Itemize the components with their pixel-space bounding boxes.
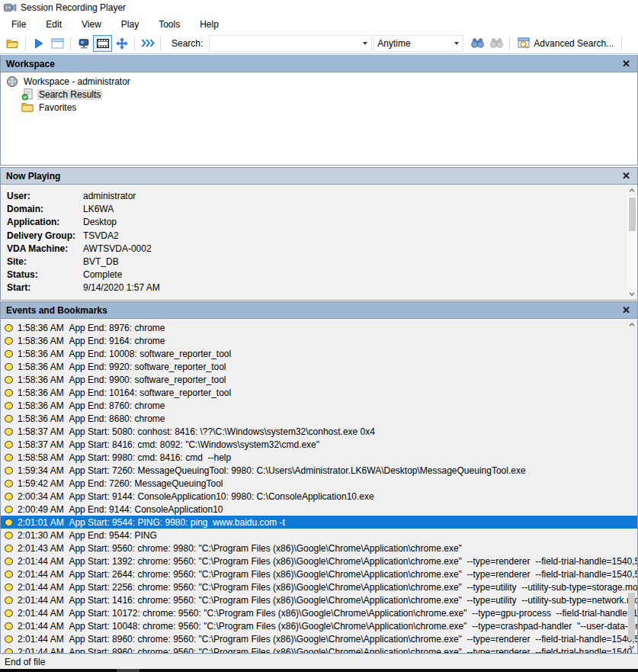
event-row[interactable]: 1:58:36 AM App End: 8680: chrome	[1, 412, 637, 425]
advanced-search-button[interactable]: Advanced Search...	[513, 35, 618, 52]
event-row[interactable]: 2:00:49 AM App End: 9144: ConsoleApplica…	[1, 503, 637, 516]
tree-item-workspace-root[interactable]: Workspace - administrator	[1, 75, 637, 88]
find-next-button[interactable]	[468, 35, 487, 52]
event-row[interactable]: 1:58:36 AM App End: 8760: chrome	[1, 399, 637, 412]
event-row[interactable]: 2:01:44 AM App Start: 2644: chrome: 9560…	[1, 568, 637, 580]
scroll-up-icon[interactable]	[626, 319, 637, 330]
menu-item-view[interactable]: View	[72, 17, 111, 32]
player-view-button[interactable]	[74, 35, 93, 52]
yellow-dot-icon	[5, 558, 13, 565]
play-button[interactable]	[29, 35, 48, 52]
scroll-up-icon[interactable]	[626, 185, 637, 196]
event-time: 1:58:36 AM	[18, 323, 69, 333]
event-text: App Start: 8960: chrome: 9560: "C:\Progr…	[69, 634, 637, 645]
event-row[interactable]: 2:01:43 AM App Start: 9560: chrome: 9980…	[1, 542, 637, 555]
field-label: VDA Machine:	[7, 243, 83, 256]
now-playing-panel-header: Now Playing ✕	[1, 168, 637, 185]
yellow-dot-icon	[5, 506, 13, 513]
pan-button[interactable]	[112, 35, 131, 52]
status-text: End of file	[5, 657, 45, 667]
event-row[interactable]: 2:01:44 AM App Start: 1416: chrome: 9560…	[1, 593, 637, 606]
toolbar-separator	[160, 37, 161, 50]
tree-item-search-results[interactable]: Search Results	[1, 88, 637, 101]
chevrons-icon	[141, 39, 155, 47]
event-row[interactable]: 1:58:37 AM App Start: 5080: conhost: 841…	[1, 425, 637, 438]
close-icon[interactable]: ✕	[620, 171, 632, 181]
scroll-thumb[interactable]	[628, 593, 635, 640]
event-row[interactable]: 2:01:44 AM App Start: 10172: chrome: 956…	[1, 606, 637, 619]
menu-item-file[interactable]: File	[2, 17, 36, 32]
event-row[interactable]: 2:01:44 AM App Start: 8960: chrome: 9560…	[1, 632, 637, 645]
search-input[interactable]	[209, 35, 372, 52]
open-button[interactable]	[3, 35, 22, 52]
event-row[interactable]: 1:58:36 AM App End: 10164: software_repo…	[1, 386, 637, 399]
event-row[interactable]: 2:01:44 AM App Start: 8960: chrome: 9560…	[1, 645, 637, 653]
yellow-dot-icon	[5, 441, 13, 449]
menu-item-tools[interactable]: Tools	[149, 17, 190, 32]
event-time: 2:01:44 AM	[18, 556, 69, 567]
events-view-button[interactable]	[93, 35, 112, 52]
menu-item-play[interactable]: Play	[111, 17, 149, 32]
event-row[interactable]: 2:00:34 AM App Start: 9144: ConsoleAppli…	[1, 490, 637, 503]
yellow-dot-icon	[5, 545, 13, 552]
field-label: User:	[7, 191, 83, 204]
event-time: 1:58:58 AM	[18, 452, 69, 463]
yellow-dot-icon	[5, 324, 13, 332]
field-value: Desktop	[83, 217, 117, 230]
close-icon[interactable]: ✕	[620, 305, 632, 315]
events-panel: Events and Bookmarks ✕ 1:58:36 AM App En…	[0, 301, 638, 654]
events-scrollbar[interactable]	[626, 319, 637, 653]
event-row[interactable]: 1:58:37 AM App Start: 8416: cmd: 8092: "…	[1, 438, 637, 451]
yellow-dot-icon	[5, 532, 13, 539]
movie-camera-icon	[4, 3, 17, 12]
projector-icon	[77, 37, 90, 50]
event-text: App End: 8680: chrome	[69, 413, 637, 424]
now-playing-field: Domain: LK6WA	[7, 204, 637, 217]
menu-item-help[interactable]: Help	[190, 17, 229, 32]
event-text: App Start: 1392: chrome: 9560: "C:\Progr…	[69, 556, 637, 567]
event-row[interactable]: 1:58:58 AM App Start: 9980: cmd: 8416: c…	[1, 451, 637, 464]
scroll-down-icon[interactable]	[626, 641, 637, 653]
event-row[interactable]: 2:01:01 AM App Start: 9544: PING: 9980: …	[1, 516, 637, 529]
window-icon	[51, 38, 64, 49]
now-playing-field: VDA Machine: AWTSVDA-0002	[7, 243, 637, 256]
close-icon[interactable]: ✕	[620, 59, 632, 69]
toolbar-separator	[70, 37, 71, 50]
tree-item-favorites[interactable]: Favorites	[1, 101, 637, 114]
event-time: 2:01:01 AM	[18, 517, 69, 528]
event-row[interactable]: 1:59:34 AM App Start: 7260: MessageQueui…	[1, 464, 637, 477]
scroll-thumb[interactable]	[629, 198, 636, 231]
toolbar-separator	[134, 37, 135, 50]
menu-item-edit[interactable]: Edit	[36, 17, 72, 32]
field-label: Status:	[7, 269, 83, 282]
field-value: administrator	[83, 191, 136, 204]
folder-icon	[21, 102, 34, 112]
yellow-dot-icon	[5, 519, 13, 526]
find-previous-button[interactable]	[487, 35, 506, 52]
search-label: Search:	[164, 38, 209, 49]
event-row[interactable]: 2:01:30 AM App End: 9544: PING	[1, 529, 637, 542]
event-row[interactable]: 2:01:44 AM App Start: 1392: chrome: 9560…	[1, 555, 637, 568]
event-row[interactable]: 1:58:36 AM App End: 9164: chrome	[1, 334, 637, 347]
event-row[interactable]: 2:01:44 AM App Start: 10048: chrome: 956…	[1, 619, 637, 632]
event-time: 1:58:36 AM	[18, 349, 69, 359]
time-filter-dropdown[interactable]: Anytime	[374, 35, 463, 52]
event-row[interactable]: 2:01:44 AM App Start: 2256: chrome: 9560…	[1, 580, 637, 593]
event-row[interactable]: 1:58:36 AM App End: 10008: software_repo…	[1, 347, 637, 360]
scroll-down-icon[interactable]	[626, 288, 637, 300]
yellow-dot-icon	[5, 415, 13, 423]
yellow-dot-icon	[5, 480, 13, 487]
event-row[interactable]: 1:58:36 AM App End: 8976: chrome	[1, 321, 637, 334]
event-time: 2:01:44 AM	[18, 595, 69, 606]
now-playing-scrollbar[interactable]	[626, 185, 637, 300]
field-value: Complete	[83, 269, 122, 282]
event-row[interactable]: 1:59:42 AM App End: 7260: MessageQueuing…	[1, 477, 637, 490]
event-row[interactable]: 1:58:36 AM App End: 9920: software_repor…	[1, 360, 637, 373]
workspace-panel-title: Workspace	[6, 59, 620, 69]
more-tools-button[interactable]	[138, 35, 157, 52]
yellow-dot-icon	[5, 493, 13, 500]
event-text: App Start: 9144: ConsoleApplication10: 9…	[69, 491, 637, 502]
snapshot-button[interactable]	[48, 35, 67, 52]
event-row[interactable]: 1:58:36 AM App End: 9900: software_repor…	[1, 373, 637, 386]
search-results-icon	[21, 88, 34, 101]
